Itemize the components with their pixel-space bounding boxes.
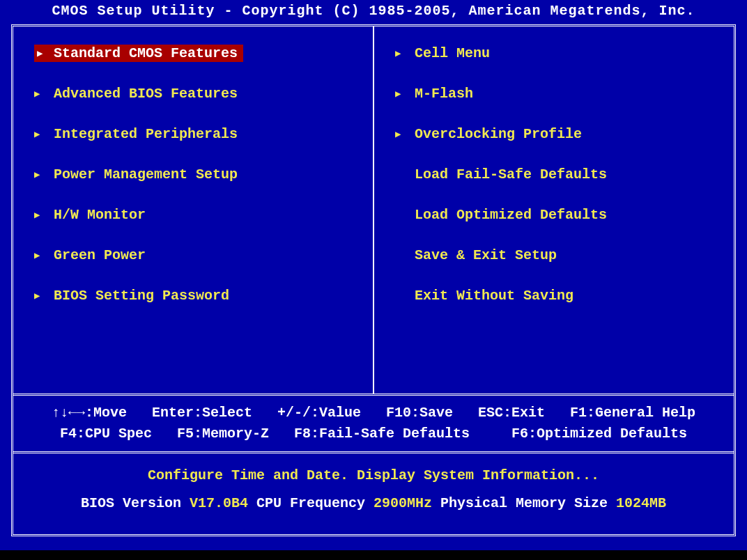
menu-cell-menu[interactable]: ▶ Cell Menu (395, 43, 723, 63)
menu-green-power[interactable]: ▶ Green Power (34, 245, 362, 265)
memory-size-label: Physical Memory Size (432, 495, 616, 511)
menu-column-left: ▶ Standard CMOS Features ▶ Advanced BIOS… (13, 26, 374, 394)
submenu-indicator-icon: ▶ (34, 169, 45, 180)
menu-advanced-bios-features[interactable]: ▶ Advanced BIOS Features (34, 84, 362, 103)
cpu-frequency-value: 2900MHz (374, 495, 432, 511)
submenu-indicator-icon: ▶ (395, 128, 406, 140)
menu-save-exit-setup[interactable]: ▶ Save & Exit Setup (395, 245, 723, 265)
menu-item-label: Green Power (54, 247, 146, 263)
submenu-indicator-icon: ▶ (34, 249, 45, 261)
menu-power-management-setup[interactable]: ▶ Power Management Setup (34, 164, 362, 184)
keyboard-help: ↑↓←→:Move Enter:Select +/-/:Value F10:Sa… (13, 396, 734, 453)
menu-item-label: Integrated Peripherals (54, 126, 238, 142)
menu-item-label: Load Optimized Defaults (415, 207, 607, 223)
menu-bios-setting-password[interactable]: ▶ BIOS Setting Password (34, 286, 362, 305)
menu-item-label: Overclocking Profile (415, 126, 582, 142)
menu-item-label: M-Flash (415, 86, 473, 102)
menu-item-label: Load Fail-Safe Defaults (415, 166, 607, 182)
menu-integrated-peripherals[interactable]: ▶ Integrated Peripherals (34, 124, 362, 143)
menu-load-fail-safe-defaults[interactable]: ▶ Load Fail-Safe Defaults (395, 164, 723, 184)
submenu-indicator-icon: ▶ (34, 88, 45, 100)
menu-standard-cmos-features[interactable]: ▶ Standard CMOS Features (34, 43, 243, 63)
bios-setup-screen: CMOS Setup Utility - Copyright (C) 1985-… (0, 0, 747, 550)
submenu-indicator-icon: ▶ (395, 47, 406, 59)
bios-version-label: BIOS Version (81, 495, 190, 511)
menu-item-label: Exit Without Saving (415, 288, 573, 304)
title-bar: CMOS Setup Utility - Copyright (C) 1985-… (0, 0, 747, 24)
help-line-2: F4:CPU Spec F5:Memory-Z F8:Fail-Safe Def… (27, 423, 720, 444)
submenu-indicator-icon: ▶ (34, 290, 45, 302)
menu-area: ▶ Standard CMOS Features ▶ Advanced BIOS… (13, 26, 734, 396)
menu-m-flash[interactable]: ▶ M-Flash (395, 84, 723, 103)
menu-item-label: Cell Menu (415, 45, 490, 61)
menu-item-label: Advanced BIOS Features (54, 86, 238, 102)
menu-item-label: Save & Exit Setup (415, 247, 557, 263)
menu-item-label: Standard CMOS Features (54, 45, 238, 61)
system-info-line: BIOS Version V17.0B4 CPU Frequency 2900M… (27, 490, 720, 518)
menu-column-right: ▶ Cell Menu ▶ M-Flash ▶ Overclocking Pro… (374, 26, 734, 394)
menu-overclocking-profile[interactable]: ▶ Overclocking Profile (395, 124, 723, 143)
bios-version-value: V17.0B4 (190, 495, 248, 511)
memory-size-value: 1024MB (616, 495, 666, 511)
cpu-frequency-label: CPU Frequency (248, 495, 374, 511)
submenu-indicator-icon: ▶ (34, 209, 45, 221)
submenu-indicator-icon: ▶ (34, 128, 45, 140)
submenu-indicator-icon: ▶ (395, 88, 406, 100)
menu-item-label: Power Management Setup (54, 166, 238, 182)
menu-hw-monitor[interactable]: ▶ H/W Monitor (34, 205, 362, 224)
main-frame: ▶ Standard CMOS Features ▶ Advanced BIOS… (11, 24, 736, 536)
menu-item-label: BIOS Setting Password (54, 288, 229, 304)
menu-load-optimized-defaults[interactable]: ▶ Load Optimized Defaults (395, 205, 723, 224)
info-area: Configure Time and Date. Display System … (13, 453, 734, 526)
menu-item-label: H/W Monitor (54, 207, 146, 223)
help-line-1: ↑↓←→:Move Enter:Select +/-/:Value F10:Sa… (27, 403, 720, 423)
item-description: Configure Time and Date. Display System … (27, 462, 720, 490)
menu-exit-without-saving[interactable]: ▶ Exit Without Saving (395, 286, 723, 305)
submenu-indicator-icon: ▶ (34, 47, 45, 59)
